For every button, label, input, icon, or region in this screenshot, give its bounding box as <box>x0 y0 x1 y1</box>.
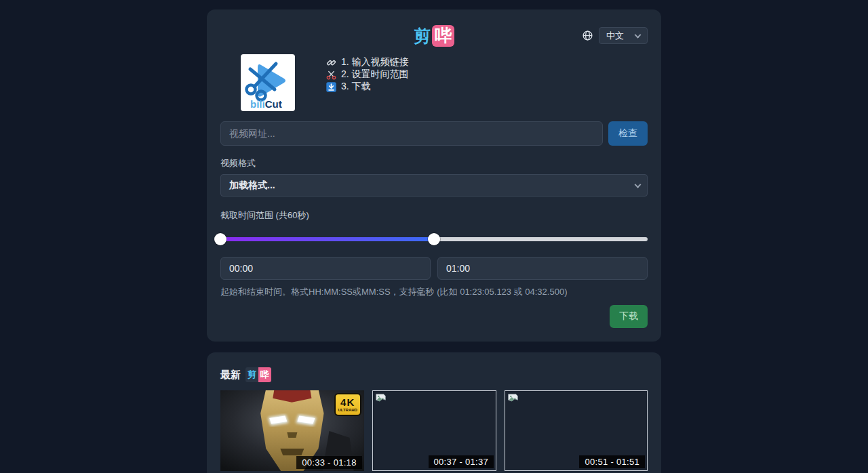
broken-image-icon <box>507 393 519 405</box>
step-2: 2. 设置时间范围 <box>326 68 409 81</box>
main-panel: 剪 哔 中文 <box>207 9 661 342</box>
video-thumbnail-3: 00:51 - 01:51 <box>505 390 648 471</box>
4k-badge-text: 4K <box>340 397 355 407</box>
slider-handle-end[interactable] <box>428 233 440 245</box>
latest-heading: 最新 剪 哔 <box>220 367 648 382</box>
scissors-icon <box>326 70 336 80</box>
header: 剪 哔 中文 <box>220 24 648 47</box>
brand-second-char: 哔 <box>432 25 454 47</box>
time-format-hint: 起始和结束时间。格式HH:MM:SS或MM:SS，支持毫秒 (比如 01:23:… <box>220 286 648 298</box>
latest-panel: 最新 剪 哔 <box>207 352 661 473</box>
end-time-input[interactable] <box>437 257 648 280</box>
start-time-input[interactable] <box>220 257 431 280</box>
language-select[interactable]: 中文 <box>599 27 648 44</box>
link-icon <box>326 58 336 68</box>
video-thumbnail-1: 4K ULTRAHD 00:33 - 01:18 <box>220 390 364 471</box>
download-row: 下载 <box>220 305 648 328</box>
brand-logo-text: 剪 哔 <box>414 25 454 47</box>
bilicut-logo: biliCut <box>241 54 295 111</box>
video-cards-row-1: 4K ULTRAHD 00:33 - 01:18 【4K超清】全网钢铁侠极限画.… <box>220 390 648 473</box>
check-button[interactable]: 检查 <box>608 121 648 146</box>
clip-time-range-2: 00:37 - 01:37 <box>429 455 494 468</box>
svg-text:biliCut: biliCut <box>250 98 282 110</box>
download-button[interactable]: 下载 <box>610 305 648 328</box>
language-switcher: 中文 <box>582 27 648 44</box>
language-select-value: 中文 <box>606 30 624 42</box>
slider-fill <box>220 237 434 241</box>
time-range-slider <box>220 233 648 245</box>
4k-ultrahd-badge: 4K ULTRAHD <box>334 393 361 416</box>
broken-image-icon <box>375 393 387 405</box>
mini-brand-first: 剪 <box>245 367 258 382</box>
step-1-label: 1. 输入视频链接 <box>341 56 409 68</box>
time-inputs-row <box>220 257 648 280</box>
video-card-1[interactable]: 4K ULTRAHD 00:33 - 01:18 【4K超清】全网钢铁侠极限画.… <box>220 390 364 473</box>
mini-brand-second: 哔 <box>258 367 271 382</box>
mini-brand-badge: 剪 哔 <box>245 367 271 382</box>
intro-section: biliCut 1. 输入视频链接 <box>241 54 648 111</box>
chevron-down-icon <box>635 31 642 38</box>
format-label: 视频格式 <box>220 157 648 169</box>
video-card-2[interactable]: 00:37 - 01:37 “每日一遍⚡快乐卡点 ” <box>372 390 496 473</box>
format-select-value: 加载格式... <box>229 180 275 192</box>
range-label: 截取时间范围 (共60秒) <box>220 209 648 222</box>
format-select[interactable]: 加载格式... <box>220 174 648 197</box>
ultrahd-badge-text: ULTRAHD <box>338 408 357 412</box>
clip-time-range-3: 00:51 - 01:51 <box>579 455 645 468</box>
latest-heading-text: 最新 <box>220 369 241 382</box>
step-3: 3. 下载 <box>326 81 409 93</box>
video-url-input[interactable] <box>220 121 603 146</box>
bilicut-logo-graphic: biliCut <box>241 54 295 111</box>
video-thumbnail-2: 00:37 - 01:37 <box>372 390 496 471</box>
download-icon <box>326 82 336 92</box>
chevron-down-icon <box>635 181 642 188</box>
globe-icon <box>582 30 593 41</box>
steps-list: 1. 输入视频链接 2. 设置时间范围 <box>326 56 409 93</box>
url-row: 检查 <box>220 121 648 146</box>
clip-time-range-1: 00:33 - 01:18 <box>296 456 362 469</box>
step-2-label: 2. 设置时间范围 <box>341 68 409 81</box>
step-3-label: 3. 下载 <box>341 81 371 93</box>
slider-handle-start[interactable] <box>214 233 226 245</box>
video-card-3[interactable]: 00:51 - 01:51 Blaze and Pickle vs. Crush… <box>505 390 648 473</box>
brand-first-char: 剪 <box>414 28 431 45</box>
step-1: 1. 输入视频链接 <box>326 56 409 68</box>
